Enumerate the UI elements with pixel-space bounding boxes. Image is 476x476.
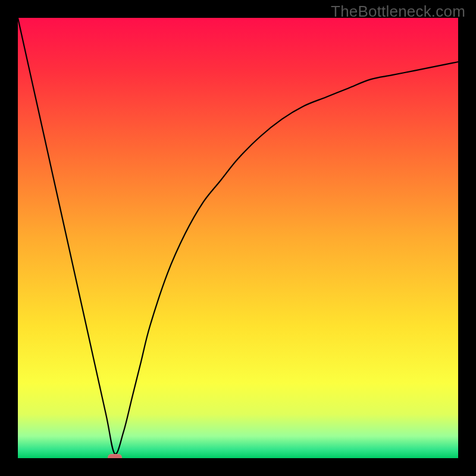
plot-area <box>18 18 458 458</box>
optimum-marker <box>108 454 122 458</box>
curve-layer <box>18 18 458 458</box>
chart-container: TheBottleneck.com <box>0 0 476 476</box>
curve-line <box>18 18 458 454</box>
watermark-text: TheBottleneck.com <box>331 2 465 21</box>
